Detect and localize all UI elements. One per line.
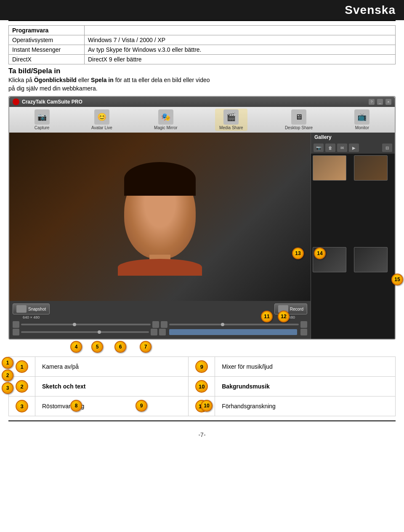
toolbar-monitor[interactable]: 📺 Monitor	[350, 109, 374, 131]
badge-table-2: 2	[16, 380, 28, 393]
specs-os-label: Operativsystem	[9, 35, 85, 45]
gallery-thumb-2[interactable]	[354, 155, 388, 181]
specs-im-label: Instant Messenger	[9, 45, 85, 55]
slider2[interactable]	[169, 324, 299, 325]
toolbar-media-label: Media Share	[219, 125, 243, 130]
slider3[interactable]	[21, 331, 149, 333]
toolbar-avatar-label: Avatar Live	[91, 125, 112, 130]
snapshot-group: Snapshot 640 × 480	[13, 303, 50, 319]
badge-14: 14	[314, 247, 326, 259]
monitor-icon: 📺	[354, 109, 369, 125]
table-row-1: 1 Kamera av/på 9 Mixer för musik/ljud	[9, 357, 396, 377]
section-heading-text: Ta bild/Spela in	[8, 67, 60, 75]
toolbar-capture[interactable]: 📷 Capture	[30, 109, 54, 131]
gallery-tb-icon5[interactable]: ⊟	[382, 144, 392, 152]
snapshot-resolution: 640 × 480	[23, 315, 40, 319]
section-text4: på dig själv med din webbkamera.	[8, 85, 98, 92]
table-num-10: 10	[189, 377, 215, 396]
gallery-tb-icon1[interactable]: 📷	[314, 144, 324, 152]
avatar-icon: 😊	[94, 109, 109, 125]
header-bar: Svenska	[0, 0, 404, 20]
gallery-title: Gallery	[311, 133, 395, 142]
ctrl-icon3	[161, 321, 167, 328]
ctrl-icon7	[159, 329, 166, 335]
gallery-tb-icon2[interactable]: 🗑	[325, 144, 335, 152]
titlebar: CrazyTalk CamSuite PRO ? _ ×	[9, 97, 395, 107]
table-label-2-bold: Sketch och text	[42, 383, 85, 390]
controls-row3	[13, 329, 307, 335]
specs-os-value: Windows 7 / Vista / 2000 / XP	[85, 35, 396, 45]
gallery-thumb-1[interactable]	[313, 155, 346, 181]
specs-table: Programvara Operativsystem Windows 7 / V…	[8, 25, 396, 64]
table-label-3: Röstomvandling	[35, 396, 189, 416]
table-label-1: Kamera av/på	[35, 357, 189, 377]
toolbar-avatar[interactable]: 😊 Avatar Live	[87, 109, 117, 131]
snapshot-label: Snapshot	[28, 307, 46, 311]
help-button[interactable]: ?	[369, 99, 375, 105]
controls-row2	[13, 321, 307, 328]
badge-1: 1	[2, 357, 13, 369]
toolbar-magic-label: Magic Mirror	[154, 125, 178, 130]
capture-icon: 📷	[35, 109, 50, 125]
table-label-2: Sketch och text	[35, 377, 189, 396]
toolbar-capture-label: Capture	[35, 125, 50, 130]
section-text1: Klicka på	[8, 77, 34, 83]
app-title: CrazyTalk CamSuite PRO	[22, 99, 82, 105]
badge-3: 3	[2, 382, 13, 394]
badge-2: 2	[2, 370, 13, 381]
table-num-9: 9	[189, 357, 215, 377]
toolbar-magic[interactable]: 🎭 Magic Mirror	[150, 109, 182, 131]
main-content: Programvara Operativsystem Windows 7 / V…	[0, 21, 404, 420]
progress-bar	[169, 329, 297, 335]
badge-11: 11	[261, 311, 273, 322]
badge-6: 6	[114, 341, 126, 353]
page-language-title: Svenska	[8, 3, 396, 17]
snapshot-thumb-icon	[16, 305, 27, 313]
table-label-10: Bakgrundsmusik	[215, 377, 396, 396]
gallery-thumb-4[interactable]	[354, 247, 388, 272]
toolbar-monitor-label: Monitor	[355, 125, 369, 130]
toolbar-desktop-label: Desktop Share	[285, 125, 313, 130]
badge-8: 8	[70, 400, 82, 412]
toolbar-media[interactable]: 🎬 Media Share	[215, 109, 247, 131]
page-number: -7-	[198, 431, 205, 438]
media-icon: 🎬	[223, 109, 239, 125]
badge-15: 15	[391, 274, 403, 285]
app-logo	[13, 98, 19, 105]
specs-dx-label: DirectX	[9, 55, 85, 64]
footer: -7-	[0, 425, 404, 445]
badge-table-3: 3	[16, 400, 28, 412]
section-description: Klicka på Ögonblicksbild eller Spela in …	[8, 76, 396, 93]
slider1[interactable]	[21, 324, 151, 325]
section-bold2: Spela in	[91, 77, 114, 83]
section-text3: för att ta eller dela en bild eller vide…	[114, 77, 210, 83]
badge-4: 4	[70, 341, 82, 353]
specs-dx-value: DirectX 9 eller bättre	[85, 55, 396, 64]
ctrl-icon4	[300, 321, 307, 328]
gallery-tb-icon3[interactable]: ✉	[337, 144, 347, 152]
face-graphic	[118, 158, 202, 276]
snapshot-button[interactable]: Snapshot	[13, 303, 50, 314]
shoulders-shape	[118, 259, 202, 276]
app-toolbar: 📷 Capture 😊 Avatar Live 🎭 Magic Mirror 🎬…	[9, 107, 395, 133]
ctrl-icon6	[151, 329, 157, 335]
table-row-2: 2 Sketch och text 10 Bakgrundsmusik	[9, 377, 396, 396]
close-button[interactable]: ×	[385, 99, 391, 105]
table-num-3: 3	[9, 396, 35, 416]
gallery-toolbar: 📷 🗑 ✉ ▶ ⊟	[311, 142, 395, 154]
badge-table-1: 1	[16, 360, 28, 373]
gallery-tb-icon4[interactable]: ▶	[349, 144, 359, 152]
section-text2: eller	[77, 77, 91, 83]
minimize-button[interactable]: _	[377, 99, 383, 105]
section-heading: Ta bild/Spela in	[8, 67, 396, 75]
badge-table-10: 10	[195, 380, 208, 393]
footer-rule	[8, 420, 396, 421]
toolbar-desktop[interactable]: 🖥 Desktop Share	[281, 109, 317, 131]
table-label-10-bold: Bakgrundsmusik	[222, 383, 270, 390]
magic-icon: 🎭	[158, 109, 173, 125]
badge-13: 13	[292, 247, 304, 259]
camera-view: Snapshot 640 × 480 Record 640 × 480	[9, 133, 311, 339]
section-bold1: Ögonblicksbild	[34, 77, 77, 83]
sw-main-content: Snapshot 640 × 480 Record 640 × 480	[9, 133, 395, 339]
camera-feed	[9, 133, 311, 301]
